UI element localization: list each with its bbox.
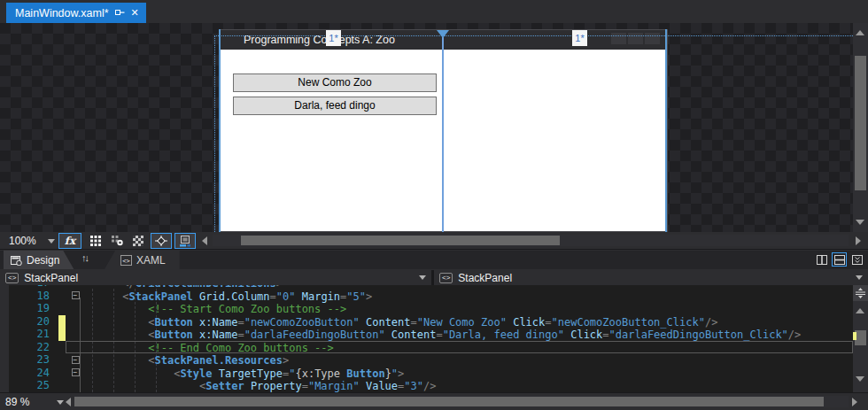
- fx-icon: fx: [65, 235, 75, 247]
- grid-ruler-line: [214, 35, 853, 36]
- split-vertical-icon[interactable]: [814, 252, 829, 267]
- scroll-up-icon[interactable]: [856, 308, 864, 313]
- collapse-pane-icon[interactable]: [849, 252, 864, 267]
- fold-collapse-icon[interactable]: −: [72, 356, 80, 364]
- editor-zoom-combobox[interactable]: 89 %: [5, 395, 64, 409]
- chevron-down-icon: [856, 275, 863, 280]
- xaml-code-editor[interactable]: 17 </Grid.ColumnDefinitions>18− <StackPa…: [0, 285, 868, 392]
- designer-hscroll-thumb[interactable]: [241, 236, 560, 245]
- split-horizontal-icon[interactable]: [832, 252, 847, 267]
- code-line-20[interactable]: 20 <Button x:Name="newComoZooButton" Con…: [9, 315, 853, 329]
- code-line-19[interactable]: 19 <!-- Start Como Zoo buttons -->: [9, 302, 853, 315]
- document-tab-title: MainWindow.xaml*: [15, 7, 109, 19]
- code-line-24[interactable]: 24− <Style TargetType="{x:Type Button}">: [9, 367, 853, 380]
- scroll-down-icon[interactable]: [856, 220, 864, 225]
- checker-icon: [133, 236, 143, 246]
- pin-icon[interactable]: [115, 8, 125, 18]
- scroll-down-icon[interactable]: [856, 376, 864, 382]
- designer-zoom-value: 100%: [4, 235, 48, 247]
- grid-settings-icon: [112, 236, 123, 246]
- editor-hscroll-thumb[interactable]: [74, 397, 824, 406]
- scroll-left-icon[interactable]: [66, 398, 71, 406]
- design-button-darla-feed-dingo[interactable]: Darla, feed dingo: [233, 97, 437, 115]
- column-width-label-1[interactable]: 1*: [326, 30, 341, 46]
- breakpoint-margin[interactable]: [0, 285, 9, 392]
- chevron-down-icon: [57, 400, 64, 405]
- snap-grid-icon: [155, 236, 167, 246]
- xml-tag-icon: <>: [5, 273, 19, 283]
- view-tab-strip: Design ↑↓ <> XAML: [0, 251, 868, 269]
- code-line-22[interactable]: 22 <!-- End Como Zoo buttons -->: [9, 341, 853, 354]
- snaplines-icon: [179, 236, 191, 247]
- code-line-25[interactable]: 25 <Setter Property="Margin" Value="3"/>: [9, 379, 853, 392]
- navigator-right-label: StackPanel: [458, 272, 856, 284]
- close-icon[interactable]: ✕: [131, 8, 139, 18]
- tab-design-label: Design: [27, 254, 59, 267]
- tab-xaml[interactable]: <> XAML: [105, 251, 180, 269]
- tab-xaml-label: XAML: [136, 254, 166, 267]
- editor-vertical-scrollbar[interactable]: [853, 285, 868, 392]
- code-line-23[interactable]: 23− <StackPanel.Resources>: [9, 353, 853, 367]
- column-width-label-2[interactable]: 1*: [572, 30, 587, 46]
- preview-client-area[interactable]: New Como Zoo Darla, feed dingo: [221, 50, 667, 231]
- snap-to-grid-button[interactable]: [107, 233, 127, 249]
- preview-maximize-button: [628, 33, 643, 44]
- swap-panes-icon[interactable]: ↑↓: [81, 252, 88, 263]
- chevron-down-icon: [419, 275, 426, 280]
- selection-right-edge[interactable]: [665, 29, 667, 232]
- designer-horizontal-scrollbar[interactable]: [213, 235, 849, 246]
- scroll-right-icon[interactable]: [856, 236, 861, 245]
- xaml-view-icon: <>: [120, 255, 132, 266]
- editor-horizontal-scrollbar[interactable]: [74, 396, 849, 407]
- editor-splitter-handle[interactable]: [853, 285, 868, 301]
- pane-layout-buttons: [814, 252, 864, 267]
- fold-collapse-icon[interactable]: −: [72, 368, 80, 376]
- tab-design[interactable]: Design: [4, 251, 74, 269]
- designer-zoom-combobox[interactable]: 100%: [4, 233, 55, 249]
- designer-toolbar: 100% fx: [0, 232, 868, 250]
- preview-close-button: [645, 33, 660, 44]
- scroll-left-icon[interactable]: [202, 236, 207, 245]
- fold-collapse-icon[interactable]: −: [72, 291, 80, 299]
- show-grid-button[interactable]: [86, 233, 105, 249]
- designer-artboard[interactable]: Programming Concepts A: Zoo New Como Zoo…: [0, 23, 868, 232]
- grid-ruler-line-vertical: [214, 35, 215, 232]
- change-marker: [853, 332, 856, 340]
- snap-to-snaplines-button[interactable]: [174, 233, 196, 249]
- navigator-dropdown-left[interactable]: <> StackPanel: [0, 270, 431, 285]
- grid-dots-icon: [90, 236, 101, 246]
- visual-studio-window: MainWindow.xaml* ✕ Programming Concepts …: [0, 0, 868, 410]
- designer-vertical-scrollbar[interactable]: [853, 23, 868, 232]
- navigator-dropdown-right[interactable]: <> StackPanel: [434, 270, 868, 285]
- scroll-up-icon[interactable]: [856, 30, 864, 35]
- design-view-icon: [11, 255, 22, 266]
- preview-minimize-button: [611, 33, 626, 44]
- code-lines: 17 </Grid.ColumnDefinitions>18− <StackPa…: [9, 285, 853, 392]
- document-tab-bar: MainWindow.xaml* ✕: [0, 0, 868, 23]
- editor-zoom-value: 89 %: [5, 396, 57, 408]
- snap-to-gridlines-button[interactable]: [151, 233, 172, 249]
- xml-tag-icon: <>: [439, 273, 453, 283]
- effects-toggle-button[interactable]: fx: [58, 233, 81, 249]
- grid-column-divider[interactable]: [442, 37, 444, 232]
- editor-bottom-bar: 89 %: [0, 392, 868, 410]
- svg-text:<>: <>: [122, 257, 129, 264]
- column-splitter-icon[interactable]: [437, 30, 449, 38]
- selection-left-edge[interactable]: [219, 29, 221, 232]
- chevron-down-icon: [48, 239, 55, 244]
- navigator-left-label: StackPanel: [24, 272, 419, 284]
- design-window-preview[interactable]: Programming Concepts A: Zoo New Como Zoo…: [220, 29, 668, 232]
- design-button-new-como-zoo[interactable]: New Como Zoo: [233, 73, 437, 92]
- code-line-21[interactable]: 21 <Button x:Name="darlaFeedDingoButton"…: [9, 328, 853, 341]
- scroll-right-icon[interactable]: [852, 398, 857, 406]
- code-line-18[interactable]: 18− <StackPanel Grid.Column="0" Margin="…: [9, 290, 853, 303]
- element-navigator: <> StackPanel <> StackPanel: [0, 270, 868, 285]
- designer-vscroll-thumb[interactable]: [855, 56, 866, 190]
- show-tile-grid-button[interactable]: [128, 233, 148, 249]
- tab-mainwindow-xaml[interactable]: MainWindow.xaml* ✕: [6, 3, 146, 23]
